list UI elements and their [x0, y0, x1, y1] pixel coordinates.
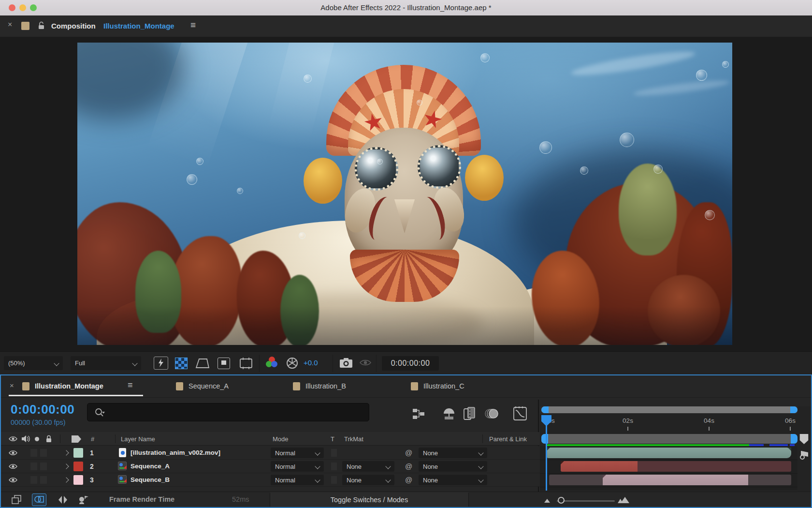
magnification-dropdown[interactable]: (50%) [4, 356, 63, 370]
parent-pickwhip-icon[interactable]: @ [405, 462, 412, 470]
grid-guides-icon[interactable] [239, 358, 253, 369]
snapshot-camera-icon[interactable] [339, 358, 353, 368]
draft-3d-icon[interactable] [442, 407, 456, 420]
bubble [187, 174, 197, 185]
lock-toggle-cell[interactable] [40, 448, 47, 457]
panel-lock-icon[interactable] [38, 21, 45, 30]
navigator-bar[interactable] [541, 406, 798, 413]
tab-illustration-b[interactable]: Illustration_B [282, 376, 379, 397]
blend-mode-dropdown[interactable]: Normal [271, 461, 324, 472]
parent-dropdown[interactable]: None [419, 448, 487, 458]
comp-icon [293, 382, 300, 390]
parent-pickwhip-icon[interactable]: @ [405, 448, 412, 457]
layer-twirl-icon[interactable] [63, 463, 69, 469]
layer-twirl-icon[interactable] [63, 450, 69, 455]
navigator-start-handle[interactable] [541, 406, 549, 413]
exposure-aperture-icon[interactable] [286, 357, 298, 369]
graph-editor-icon[interactable] [512, 406, 528, 421]
audio-toggle-cell[interactable] [30, 462, 38, 471]
timeline-graph-area[interactable] [540, 446, 798, 491]
lock-toggle-cell[interactable] [40, 462, 47, 471]
layer-visibility-eye-icon[interactable] [9, 450, 17, 456]
work-area-start-handle[interactable] [541, 434, 548, 444]
zoom-out-mountain-icon[interactable] [544, 499, 550, 503]
search-input[interactable] [109, 405, 362, 420]
audio-toggle-cell[interactable] [30, 476, 38, 484]
parent-pickwhip-icon[interactable]: @ [405, 476, 412, 484]
comp-button-icon[interactable] [798, 449, 810, 461]
motion-blur-icon[interactable] [484, 407, 500, 420]
trkmat-dropdown[interactable]: None [342, 475, 394, 485]
search-icon[interactable] [94, 407, 105, 418]
layer-bar-3-post[interactable] [748, 475, 791, 485]
audio-toggle-cell[interactable] [30, 448, 38, 457]
layer-row-1[interactable]: 1 [illustration_anim_v002.mov] Normal @ … [1, 446, 540, 460]
comp-panel-menu-icon[interactable]: ≡ [190, 20, 196, 30]
layer-bar-3[interactable] [603, 475, 748, 485]
preserve-transparency-cell[interactable] [331, 462, 337, 471]
navigator-end-handle[interactable] [790, 406, 798, 413]
tab-close-icon[interactable]: × [10, 381, 14, 389]
title-action-safe-icon[interactable] [218, 358, 230, 369]
expand-inout-panes-icon[interactable] [58, 495, 68, 505]
exposure-value[interactable]: +0.0 [304, 359, 318, 367]
lock-toggle-cell[interactable] [40, 476, 47, 484]
trkmat-dropdown[interactable]: None [342, 461, 394, 472]
preserve-transparency-cell[interactable] [331, 476, 337, 484]
expand-transfer-controls-icon[interactable] [32, 493, 46, 506]
fast-previews-icon[interactable] [154, 357, 168, 370]
search-box[interactable] [87, 403, 369, 421]
blend-mode-dropdown[interactable]: Normal [271, 448, 324, 458]
zoom-slider-knob[interactable] [558, 497, 565, 504]
parent-dropdown[interactable]: None [419, 461, 487, 472]
layer-label-chip[interactable] [73, 448, 83, 458]
comp-panel-close-icon[interactable]: × [8, 20, 12, 29]
expand-layer-switches-icon[interactable] [12, 495, 22, 505]
layer-visibility-eye-icon[interactable] [9, 477, 17, 483]
composition-image[interactable] [77, 43, 732, 345]
layer-bar-1[interactable] [547, 448, 791, 458]
layer-bar-2[interactable] [561, 461, 638, 472]
playhead-line[interactable] [546, 425, 547, 491]
mini-flowchart-icon[interactable] [412, 408, 425, 420]
comp-panel-name[interactable]: Illustration_Montage [103, 22, 174, 30]
work-area-bar[interactable] [541, 434, 798, 444]
show-snapshot-eye-icon[interactable] [360, 359, 371, 366]
creature-eye [418, 145, 461, 189]
layer-name[interactable]: Sequence_A [130, 463, 170, 470]
layer-row-3[interactable]: 3 Sequence_B Normal None @ None [1, 473, 540, 487]
preview-time-display[interactable]: 0:00:00:00 [382, 356, 439, 371]
time-ruler[interactable]: :00s 02s 04s 06s [540, 414, 798, 433]
work-area-end-handle[interactable] [791, 434, 798, 444]
resolution-dropdown[interactable]: Full [71, 356, 141, 370]
channel-rgb-icon[interactable] [265, 357, 278, 370]
layer-row-2[interactable]: 2 Sequence_A Normal None @ None [1, 460, 540, 473]
header-separator [115, 434, 116, 443]
toggle-switches-modes-button[interactable]: Toggle Switches / Modes [270, 492, 468, 507]
comp-marker-bin-icon[interactable] [799, 434, 809, 444]
zoom-slider-track[interactable] [557, 500, 615, 502]
layer-twirl-icon[interactable] [63, 477, 69, 482]
preserve-transparency-cell[interactable] [331, 448, 337, 457]
current-time-display[interactable]: 0:00:00:00 [11, 402, 74, 417]
transparency-grid-icon[interactable] [175, 358, 188, 369]
layer-bar-3-pre[interactable] [549, 475, 603, 485]
layer-label-chip[interactable] [73, 475, 83, 485]
layer-bar-2-extension[interactable] [638, 461, 791, 472]
layer-visibility-eye-icon[interactable] [9, 463, 17, 469]
frame-blending-icon[interactable] [463, 406, 476, 421]
tab-sequence-a[interactable]: Sequence_A [165, 376, 262, 397]
blend-mode-dropdown[interactable]: Normal [271, 475, 324, 485]
tab-illustration-montage[interactable]: × Illustration_Montage ≡ [5, 376, 150, 397]
ruler-tick [709, 427, 710, 431]
bubble [705, 210, 715, 220]
tab-menu-icon[interactable]: ≡ [128, 380, 133, 390]
toggle-render-time-icon[interactable] [77, 495, 89, 505]
region-of-interest-icon[interactable] [195, 358, 210, 369]
layer-label-chip[interactable] [73, 462, 83, 471]
parent-dropdown[interactable]: None [419, 475, 487, 485]
tab-illustration-c[interactable]: Illustration_C [400, 376, 497, 397]
layer-name[interactable]: [illustration_anim_v002.mov] [130, 449, 220, 456]
layer-name[interactable]: Sequence_B [130, 476, 170, 483]
trkmat-value: None [347, 463, 362, 470]
